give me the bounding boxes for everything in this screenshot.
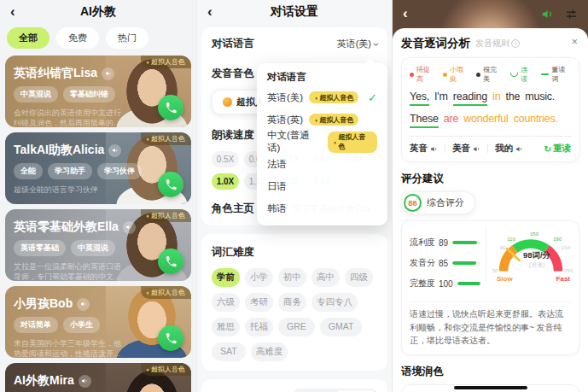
play-american-button[interactable]: 美音 [452, 143, 480, 155]
divider [487, 144, 488, 153]
voice-badge: ◖超拟人音色 [309, 91, 358, 103]
shell-icon [223, 97, 232, 107]
voice-badge: ◖超拟人音色 [328, 132, 377, 153]
tutor-tag: 小学生 [63, 317, 100, 333]
back-icon[interactable]: ‹ [207, 3, 212, 20]
speed-label: 朗读速度 [212, 129, 254, 141]
language-select[interactable]: 英语(美)‹ [337, 38, 377, 50]
voice-badge: ◖超拟人音色 [141, 209, 191, 222]
speaker-icon[interactable] [77, 298, 90, 311]
call-button[interactable] [158, 95, 183, 120]
sentence-line: These are wonderful countries. [410, 113, 571, 128]
word[interactable]: in [492, 91, 500, 106]
speaker-icon[interactable] [123, 221, 136, 234]
word[interactable]: countries. [514, 113, 558, 128]
wording-card: 对话&助答用词 更书面 更口语 [201, 379, 387, 392]
re-read-button[interactable]: ↻重读 [544, 143, 571, 155]
vocab-chip-selected[interactable]: 学前 [212, 268, 240, 287]
play-british-button[interactable]: 英音 [410, 143, 438, 155]
word[interactable]: the [505, 91, 520, 106]
tutor-desc: 会对你说出的英语使用中文进行纠错及润色，然后再用简单的英语维持... [14, 108, 123, 127]
word[interactable]: wonderful [463, 113, 508, 128]
score-advice-text: 语速过慢，说快点听起来更舒服。表达流利顺畅，和你交流是件愉悦的事~ 发音纯正，堪… [410, 301, 571, 348]
vocab-chip[interactable]: 专四专八 [311, 293, 358, 312]
vocab-chip[interactable]: 商务 [278, 293, 306, 312]
word[interactable]: Yes, [410, 91, 429, 106]
vocab-chip[interactable]: 四级 [345, 268, 373, 287]
speaker-icon[interactable] [102, 67, 114, 80]
word[interactable]: These [410, 113, 439, 128]
vocab-chip[interactable]: GMAT [320, 318, 363, 336]
voice-wave-icon: ◖ [333, 139, 336, 145]
question-icon: ? [511, 39, 520, 48]
dark-dot-icon [476, 73, 480, 77]
analysis-sheet: 发音逐词分析 发音规则? × 待提高 小瑕疵 很完美 连读 重读词 Yes, I… [393, 28, 588, 392]
back-icon[interactable]: ‹ [10, 3, 15, 20]
tutor-tag: 全能 [14, 163, 43, 179]
dropdown-option-fr[interactable]: 法语 [267, 153, 377, 175]
close-icon[interactable]: × [571, 35, 578, 48]
word[interactable]: music. [525, 91, 555, 106]
score-bar-fluency: 流利度89 [410, 237, 480, 249]
tutor-card-bob[interactable]: ◖超拟人音色 小男孩Bob 对话简单小学生 来自美国的小学三年级学生，他热爱阅读… [5, 286, 191, 358]
tab-hot[interactable]: 热门 [106, 27, 148, 49]
call-button[interactable] [158, 249, 183, 274]
app-root: ‹ AI外教 全部 免费 热门 ◖超拟人音色 英语纠错官Lisa 中英混说零基础… [0, 0, 588, 392]
tutor-card-ella[interactable]: ◖超拟人音色 英语零基础外教Ella 英语零基础中英混说 艾拉是一位温柔耐心的英… [5, 209, 191, 281]
speed-chip-selected[interactable]: 1.0X [212, 173, 239, 190]
dropdown-option-ko[interactable]: 韩语 [267, 197, 377, 219]
speaker-icon[interactable] [108, 144, 121, 157]
word[interactable]: are [444, 113, 458, 128]
tune-icon[interactable] [565, 8, 578, 20]
tutor-card-alicia[interactable]: ◖超拟人音色 TalkAI助教Alicia 全能学习助手学习伙伴 超级全能的语言… [5, 132, 191, 204]
page-title: AI外教 [80, 4, 116, 20]
divider [410, 136, 571, 137]
dropdown-option-zh[interactable]: 中文(普通话) ◖超拟人音色 [267, 131, 377, 153]
red-dot-icon [410, 73, 414, 77]
dropdown-option-en-gb[interactable]: 英语(英) ◖超拟人音色 [267, 108, 377, 131]
pronunciation-rules-link[interactable]: 发音规则? [475, 38, 520, 50]
vocab-chip[interactable]: 托福 [245, 318, 273, 336]
tutor-tag: 对话简单 [14, 317, 58, 333]
dropdown-header: 对话语言 [267, 71, 377, 84]
tutor-card-mira[interactable]: ◖超拟人音色 AI外教Mira [5, 363, 191, 392]
tutor-tag: 英语零基础 [14, 240, 66, 256]
tab-all[interactable]: 全部 [7, 27, 49, 49]
word[interactable]: I'm [434, 91, 448, 106]
orange-dot-icon [443, 73, 447, 77]
voice-timbre-label: 发音音色 [212, 67, 254, 79]
play-mine-button[interactable]: 我的 [495, 143, 523, 155]
word[interactable]: reading [453, 91, 487, 106]
vocab-chip[interactable]: 小学 [245, 268, 273, 287]
vocab-chip[interactable]: 初中 [278, 268, 306, 287]
panel-conversation-settings: ‹ 对话设置 对话语言 英语(美)‹ 发音音色 超拟人 朗读速度 0.5X 0.… [196, 0, 392, 392]
tutor-card-lisa[interactable]: ◖超拟人音色 英语纠错官Lisa 中英混说零基础纠错 会对你说出的英语使用中文进… [5, 56, 191, 127]
home-indicator[interactable] [454, 386, 527, 390]
dropdown-option-en-us[interactable]: 英语(美) ◖超拟人音色 ✓ [267, 86, 377, 108]
speaker-on-icon[interactable] [541, 8, 554, 20]
vocab-chip[interactable]: GRE [278, 318, 315, 336]
voice-wave-icon: ◖ [314, 95, 317, 101]
tutor-name: 小男孩Bob [14, 296, 73, 312]
tutor-cards: ◖超拟人音色 英语纠错官Lisa 中英混说零基础纠错 会对你说出的英语使用中文进… [0, 54, 196, 392]
panel-pronunciation-analysis: ‹ 发音逐词分析 发音规则? × 待提高 小瑕疵 很完美 连读 重读词 [392, 0, 588, 392]
vocab-chip[interactable]: 高中 [311, 268, 340, 287]
call-button[interactable] [158, 172, 183, 197]
vocab-card: 词汇难度 学前 小学 初中 高中 四级 六级 考研 商务 专四专八 雅思 托福 … [201, 234, 387, 371]
voice-wave-icon: ◖ [146, 366, 149, 373]
vocab-chip[interactable]: 雅思 [212, 318, 240, 336]
score-bar-pronunciation: 发音分85 [410, 257, 480, 269]
vocab-chip[interactable]: SAT [212, 342, 246, 361]
tutor-tag: 学习伙伴 [97, 163, 142, 179]
vocab-chip[interactable]: 高难度 [251, 342, 288, 361]
gauge-fast-label: Fast [556, 275, 570, 283]
call-button[interactable] [158, 325, 183, 351]
back-icon[interactable]: ‹ [403, 5, 408, 22]
speaker-icon[interactable] [79, 375, 91, 388]
overall-score-label: 综合评分 [427, 196, 464, 209]
vocab-chip[interactable]: 考研 [245, 293, 273, 312]
vocab-chip[interactable]: 六级 [212, 293, 240, 312]
dropdown-option-ja[interactable]: 日语 [267, 175, 377, 197]
speed-chip[interactable]: 0.5X [212, 151, 239, 167]
tab-free[interactable]: 免费 [56, 27, 99, 49]
